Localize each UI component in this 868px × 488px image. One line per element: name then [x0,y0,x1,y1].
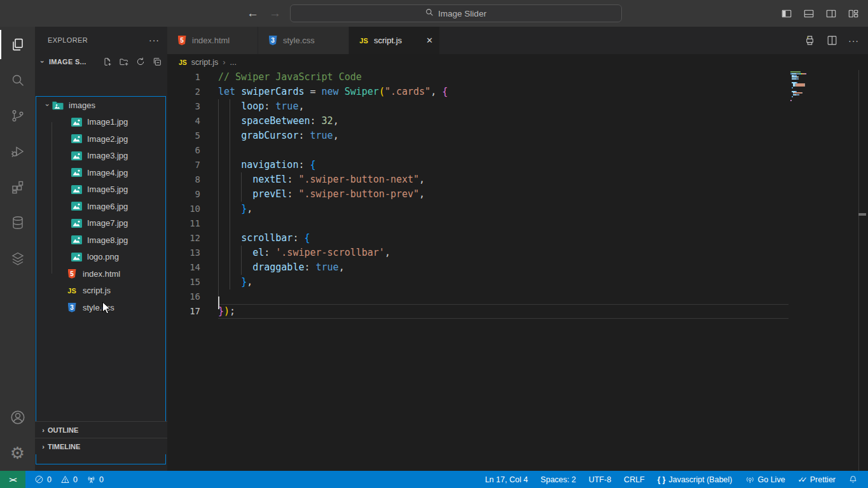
explorer-title: EXPLORER [48,36,88,44]
project-section-header[interactable]: › IMAGE S... [35,53,167,69]
code-line-9[interactable]: 9 prevEl: ".swiper-button-prev", [167,187,868,202]
activity-accounts-icon[interactable] [0,400,35,435]
code-line-2[interactable]: 2let swiperCards = new Swiper(".cards", … [167,85,868,99]
activity-run-debug-icon[interactable] [0,134,35,169]
tree-item-logo.png[interactable]: logo.png [36,249,165,266]
tree-item-label: Image6.jpg [87,202,128,211]
status-notifications[interactable] [848,475,858,484]
explorer-more-actions[interactable]: ··· [149,35,160,45]
minimap[interactable] [790,71,820,101]
tree-item-Image8.jpg[interactable]: Image8.jpg [36,232,165,249]
print-icon[interactable] [804,34,816,46]
customize-layout-icon[interactable] [848,8,859,19]
tab-label: style.css [283,36,315,45]
line-number: 4 [167,114,200,129]
code-line-10[interactable]: 10 }, [167,202,868,216]
toggle-panel-icon[interactable] [803,8,815,19]
code-line-15[interactable]: 15 }, [167,275,868,289]
close-tab-icon[interactable]: ✕ [426,36,433,45]
status-go-live[interactable]: Go Live [745,475,785,484]
status-eol[interactable]: CRLF [624,475,645,484]
tab-script.js[interactable]: JSscript.js✕ [349,27,440,54]
toggle-secondary-sidebar-icon[interactable] [825,8,837,19]
timeline-panel-header[interactable]: › TIMELINE [35,438,167,454]
tab-style.css[interactable]: 3style.css [258,27,349,54]
tree-item-Image3.jpg[interactable]: Image3.jpg [36,148,165,165]
remote-icon: >< [10,476,17,484]
status-language-mode[interactable]: { }Javascript (Babel) [658,475,733,484]
code-line-13[interactable]: 13 el: '.swiper-scrollbar', [167,246,868,260]
tree-item-Image6.jpg[interactable]: Image6.jpg [36,198,165,215]
status-indentation[interactable]: Spaces: 2 [541,475,576,484]
code-line-5[interactable]: 5 grabCursor: true, [167,129,868,143]
status-errors[interactable]: 0 [34,475,52,484]
activity-extensions-icon[interactable] [0,169,35,205]
image-file-icon [71,167,82,178]
code-line-17[interactable]: 17}); [167,304,868,319]
tree-item-Image5.jpg[interactable]: Image5.jpg [36,181,165,199]
tree-item-Image4.jpg[interactable]: Image4.jpg [36,164,165,181]
line-number: 16 [167,289,200,304]
activity-source-control-icon[interactable] [0,98,35,134]
code-line-6[interactable]: 6 [167,143,868,158]
breadcrumb-file[interactable]: script.js [191,58,218,67]
status-warnings[interactable]: 0 [60,475,78,484]
code-line-12[interactable]: 12 scrollbar: { [167,231,868,246]
command-center-search[interactable]: Image Slider [290,4,622,22]
status-label: Go Live [758,475,785,484]
status-cursor-position[interactable]: Ln 17, Col 4 [485,475,528,484]
css-file-icon: 3 [66,302,78,312]
tree-item-Image7.jpg[interactable]: Image7.jpg [36,215,165,232]
tree-item-script.js[interactable]: JSscript.js [36,282,165,300]
tree-indent-guide [52,122,52,274]
tab-index.html[interactable]: 5index.html [167,27,258,54]
outline-panel-header[interactable]: › OUTLINE [35,421,167,438]
image-file-icon [71,201,82,211]
activity-manage-icon[interactable]: ⚙ [0,435,35,471]
status-encoding[interactable]: UTF-8 [589,475,611,484]
indent-guide [230,143,230,158]
tree-item-Image2.jpg[interactable]: Image2.jpg [36,130,165,148]
indent-guide [218,246,219,260]
indent-guide [230,275,230,289]
status-label: 0 [99,475,104,484]
breadcrumb[interactable]: JS script.js › ... [167,54,868,70]
tree-item-index.html[interactable]: 5index.html [36,265,165,282]
line-number: 13 [167,246,200,260]
tree-item-style.css[interactable]: 3style.css [36,299,165,316]
code-line-14[interactable]: 14 draggable: true, [167,260,868,275]
indent-guide [230,129,230,143]
split-editor-icon[interactable] [826,34,838,46]
more-actions-icon[interactable]: ··· [848,36,859,46]
refresh-icon[interactable] [135,56,146,67]
tree-item-images[interactable]: ›images [36,97,165,114]
collapse-all-icon[interactable] [151,56,162,67]
code-line-4[interactable]: 4 spaceBetween: 32, [167,114,868,129]
tree-item-label: Image2.jpg [87,134,128,144]
code-line-3[interactable]: 3 loop: true, [167,99,868,114]
indent-guide [230,114,230,129]
remote-indicator[interactable]: >< [0,471,25,488]
chevron-down-icon: › [39,57,46,67]
tree-item-Image1.jpg[interactable]: Image1.jpg [36,114,165,131]
indent-guide [218,260,219,275]
activity-database-icon[interactable] [0,205,35,241]
nav-back-icon[interactable]: ← [247,6,259,20]
breadcrumb-symbol[interactable]: ... [230,58,237,67]
activity-search-icon[interactable] [0,62,35,98]
indent-guide [241,246,242,260]
activity-explorer-icon[interactable] [0,27,35,62]
code-line-16[interactable]: 16 [167,289,868,304]
code-line-8[interactable]: 8 nextEl: ".swiper-button-next", [167,172,868,187]
code-line-11[interactable]: 11 [167,216,868,231]
code-editor[interactable]: 1// Swiper JavaScript Code2let swiperCar… [167,70,868,471]
status-ports[interactable]: 0 [86,475,104,484]
code-line-1[interactable]: 1// Swiper JavaScript Code [167,70,868,85]
new-file-icon[interactable] [102,56,113,67]
status-prettier[interactable]: ✓✓Prettier [798,475,836,484]
overview-ruler[interactable] [858,70,859,471]
activity-layers-icon[interactable] [0,241,35,276]
new-folder-icon[interactable] [118,56,129,67]
toggle-primary-sidebar-icon[interactable] [781,8,792,19]
code-line-7[interactable]: 7 navigation: { [167,158,868,172]
